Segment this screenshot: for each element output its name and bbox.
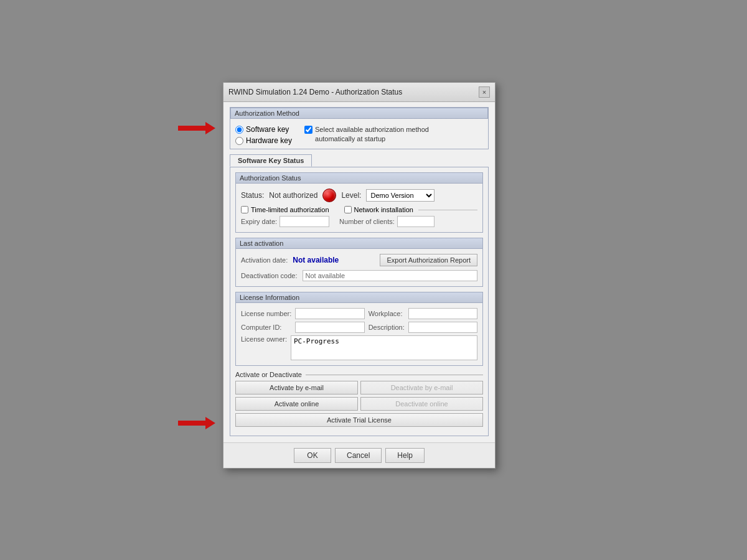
clients-label: Number of clients:: [339, 218, 395, 225]
hardware-key-label: Hardware key: [246, 136, 292, 145]
license-owner-row: License owner: PC-Progress: [241, 335, 477, 360]
authorization-radio-group: Software key Hardware key: [235, 125, 292, 145]
ok-button[interactable]: OK: [294, 448, 331, 463]
software-key-radio-label[interactable]: Software key: [235, 125, 292, 134]
license-info-header: License Information: [236, 292, 482, 303]
computer-id-label: Computer ID:: [241, 324, 291, 331]
workplace-label: Workplace:: [369, 310, 405, 317]
computer-id-input[interactable]: [295, 322, 364, 333]
expiry-field-item: Expiry date:: [241, 216, 329, 227]
activate-btn-grid: Activate by e-mail Deactivate by e-mail …: [235, 381, 483, 427]
title-bar: RWIND Simulation 1.24 Demo - Authorizati…: [223, 83, 495, 102]
auth-status-header: Authorization Status: [236, 173, 482, 184]
license-info-content: License number: Workplace: Computer ID: …: [236, 303, 482, 365]
deactivation-row: Deactivation code:: [241, 270, 477, 281]
auto-select-checkbox[interactable]: [304, 126, 312, 134]
svg-marker-0: [178, 122, 215, 134]
clients-input[interactable]: [397, 216, 435, 227]
owner-input[interactable]: PC-Progress: [291, 335, 477, 360]
close-button[interactable]: ×: [479, 86, 490, 98]
deactivate-email-button[interactable]: Deactivate by e-mail: [360, 381, 483, 394]
main-panel: Authorization Status Status: Not authori…: [230, 167, 489, 436]
last-activation-content: Activation date: Not available Export Au…: [236, 249, 482, 286]
auto-select-text: Select available authorization method au…: [315, 125, 429, 144]
time-limited-checkbox[interactable]: [241, 206, 248, 213]
auth-method-section: Authorization Method Software key Hardwa…: [230, 107, 489, 149]
tab-bar: Software Key Status: [230, 154, 489, 167]
cancel-button[interactable]: Cancel: [335, 448, 382, 463]
check-row: Time-limited authorization Network insta…: [241, 206, 477, 213]
software-key-radio[interactable]: [235, 126, 243, 134]
clients-field-item: Number of clients:: [339, 216, 435, 227]
tab-software-key[interactable]: Software Key Status: [230, 154, 312, 167]
status-row: Status: Not authorized Level: Demo Versi…: [241, 189, 477, 202]
separator-line-2: [418, 210, 477, 210]
status-label: Status:: [241, 191, 264, 200]
level-label: Level:: [341, 191, 361, 200]
dialog-title: RWIND Simulation 1.24 Demo - Authorizati…: [228, 88, 402, 96]
auto-select-checkbox-label[interactable]: Select available authorization method au…: [304, 125, 429, 144]
deactivation-code-input[interactable]: [303, 270, 478, 281]
export-report-button[interactable]: Export Authorization Report: [380, 254, 477, 266]
description-input[interactable]: [408, 322, 477, 333]
svg-marker-1: [178, 417, 215, 429]
last-activation-header: Last activation: [236, 238, 482, 249]
dialog-window: RWIND Simulation 1.24 Demo - Authorizati…: [223, 82, 496, 469]
level-select[interactable]: Demo Version Full Version: [366, 189, 435, 202]
activate-deactivate-section: Activate or Deactivate Activate by e-mai…: [235, 371, 483, 427]
auth-status-content: Status: Not authorized Level: Demo Versi…: [236, 184, 482, 232]
activation-date-row: Activation date: Not available Export Au…: [241, 254, 477, 266]
time-limited-item: Time-limited authorization: [241, 206, 334, 213]
license-number-input[interactable]: [295, 308, 364, 319]
network-install-label: Network installation: [354, 206, 413, 213]
activate-online-button[interactable]: Activate online: [235, 397, 358, 411]
last-activation-subsection: Last activation Activation date: Not ava…: [235, 238, 483, 287]
hardware-key-radio-label[interactable]: Hardware key: [235, 136, 292, 145]
expiry-input[interactable]: [280, 216, 329, 227]
description-label: Description:: [369, 324, 405, 331]
license-info-subsection: License Information License number: Work…: [235, 292, 483, 366]
license-grid: License number: Workplace: Computer ID: …: [241, 308, 477, 333]
bottom-buttons-bar: OK Cancel Help: [223, 442, 495, 468]
arrow-1-icon: [178, 121, 215, 136]
license-number-label: License number:: [241, 310, 291, 317]
activate-deactivate-title: Activate or Deactivate: [235, 371, 302, 378]
hardware-key-radio[interactable]: [235, 137, 243, 145]
expiry-label: Expiry date:: [241, 218, 277, 225]
owner-label: License owner:: [241, 335, 287, 343]
software-key-label: Software key: [246, 125, 289, 134]
time-limited-label: Time-limited authorization: [251, 206, 329, 213]
workplace-input[interactable]: [408, 308, 477, 319]
auth-method-content: Software key Hardware key Select availab…: [230, 121, 488, 149]
activation-date-value: Not available: [293, 256, 339, 264]
activation-date-label: Activation date:: [241, 256, 288, 264]
auth-status-subsection: Authorization Status Status: Not authori…: [235, 172, 483, 233]
status-indicator-icon: [322, 189, 336, 202]
section-divider-line: [306, 375, 483, 375]
activate-trial-button[interactable]: Activate Trial License: [235, 413, 483, 427]
network-install-checkbox[interactable]: [344, 206, 352, 213]
activate-email-button[interactable]: Activate by e-mail: [235, 381, 358, 394]
arrow-2-icon: [178, 416, 215, 431]
help-button[interactable]: Help: [385, 448, 425, 463]
deactivation-code-label: Deactivation code:: [241, 272, 298, 279]
activate-deactivate-header: Activate or Deactivate: [235, 371, 483, 378]
deactivate-online-button[interactable]: Deactivate online: [360, 397, 483, 411]
dialog-content: Authorization Method Software key Hardwa…: [223, 102, 495, 442]
field-row: Expiry date: Number of clients:: [241, 216, 477, 227]
network-install-item: Network installation: [344, 206, 477, 213]
auth-method-header: Authorization Method: [230, 108, 488, 119]
status-value: Not authorized: [269, 191, 317, 200]
